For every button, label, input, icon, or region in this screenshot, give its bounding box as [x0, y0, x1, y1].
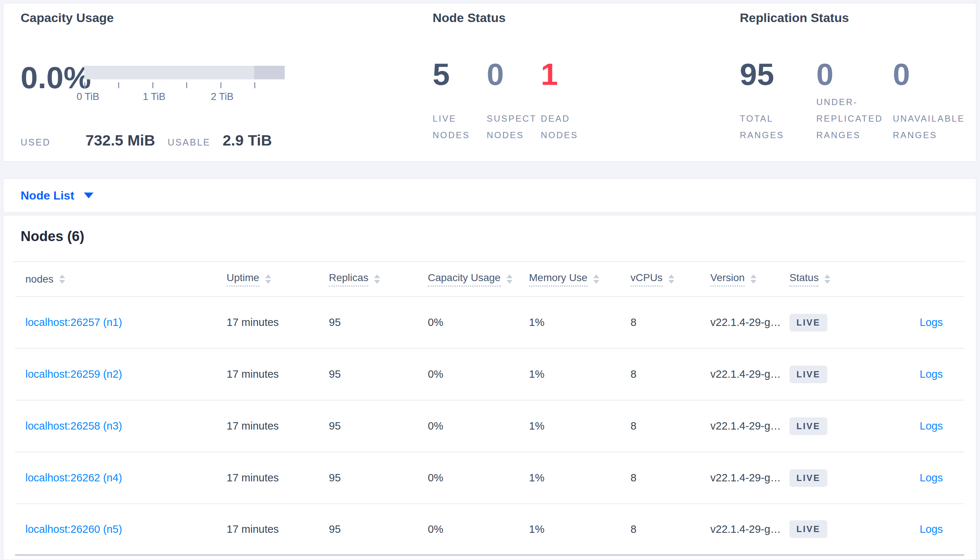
under-replicated-ranges-count: 0 — [816, 59, 890, 90]
unavailable-ranges-count: 0 — [893, 59, 966, 90]
capacity-bar-usable-segment — [84, 66, 254, 79]
used-label: USED — [21, 137, 50, 148]
column-header-vcpus[interactable]: vCPUs — [630, 272, 710, 287]
replicas-cell: 95 — [329, 523, 428, 535]
used-value: 732.5 MiB — [85, 132, 155, 149]
capacity-usage-title: Capacity Usage — [21, 11, 425, 25]
capacity-usage-cell: 0% — [428, 420, 529, 432]
dead-nodes-label: DEAD NODES — [541, 93, 595, 143]
node-link[interactable]: localhost:26259 (n2) — [25, 368, 122, 380]
node-link[interactable]: localhost:26262 (n4) — [25, 472, 122, 483]
nodes-table-title: Nodes (6) — [21, 228, 976, 244]
vcpus-cell: 8 — [630, 523, 710, 535]
axis-tick — [186, 82, 187, 88]
logs-link[interactable]: Logs — [920, 420, 943, 432]
uptime-cell: 17 minutes — [227, 368, 329, 380]
version-cell: v22.1.4-29-g… — [710, 523, 789, 535]
under-replicated-ranges-label: UNDER-REPLICATED RANGES — [816, 93, 890, 143]
suspect-nodes-label: SUSPECT NODES — [487, 93, 541, 143]
replication-status-section: Replication Status 95 TOTAL RANGES 0 UND… — [740, 11, 975, 158]
column-header-uptime[interactable]: Uptime — [227, 272, 329, 287]
status-badge: LIVE — [789, 417, 827, 435]
column-header-capacity-usage[interactable]: Capacity Usage — [428, 272, 529, 287]
live-nodes-count: 5 — [433, 59, 487, 90]
replication-status-title: Replication Status — [740, 11, 975, 25]
view-selector-bar: Node List — [3, 178, 976, 213]
sort-icon — [751, 275, 756, 284]
axis-tick — [220, 82, 221, 88]
nodes-table-card: Nodes (6) nodes Uptime Replicas Capacity… — [3, 215, 976, 560]
replicas-cell: 95 — [329, 317, 428, 328]
live-nodes-metric: 5 LIVE NODES — [433, 59, 487, 143]
logs-link[interactable]: Logs — [920, 368, 943, 380]
memory-use-cell: 1% — [529, 472, 630, 484]
axis-tick-label: 0 TiB — [77, 91, 99, 103]
table-row: localhost:26257 (n1) 17 minutes 95 0% 1%… — [15, 297, 964, 349]
total-ranges-count: 95 — [740, 59, 813, 90]
node-link[interactable]: localhost:26258 (n3) — [25, 420, 122, 432]
axis-tick — [118, 82, 119, 88]
vcpus-cell: 8 — [630, 368, 710, 380]
uptime-cell: 17 minutes — [227, 420, 329, 432]
suspect-nodes-metric: 0 SUSPECT NODES — [487, 59, 541, 143]
replicas-cell: 95 — [329, 472, 428, 484]
column-header-version[interactable]: Version — [710, 272, 789, 287]
uptime-cell: 17 minutes — [227, 472, 329, 484]
sort-icon — [265, 275, 271, 284]
version-cell: v22.1.4-29-g… — [710, 420, 789, 432]
node-list-dropdown-label: Node List — [21, 189, 74, 202]
sort-icon — [669, 275, 674, 284]
status-badge: LIVE — [789, 314, 827, 332]
logs-link[interactable]: Logs — [920, 523, 943, 535]
node-link[interactable]: localhost:26260 (n5) — [25, 523, 122, 535]
total-ranges-metric: 95 TOTAL RANGES — [740, 59, 813, 143]
node-status-section: Node Status 5 LIVE NODES 0 SUSPECT NODES… — [433, 11, 719, 158]
axis-tick — [152, 82, 154, 88]
unavailable-ranges-metric: 0 UNAVAILABLE RANGES — [893, 59, 966, 143]
replicas-cell: 95 — [329, 420, 428, 432]
sort-icon — [59, 275, 65, 284]
version-cell: v22.1.4-29-g… — [710, 317, 789, 328]
node-link[interactable]: localhost:26257 (n1) — [25, 317, 122, 328]
node-status-title: Node Status — [433, 11, 719, 25]
capacity-usage-section: Capacity Usage 0.0% 0 TiB 1 TiB 2 TiB — [21, 11, 425, 158]
column-header-replicas[interactable]: Replicas — [329, 272, 428, 287]
status-badge: LIVE — [789, 366, 827, 383]
column-header-nodes[interactable]: nodes — [21, 273, 227, 285]
dead-nodes-count: 1 — [541, 59, 595, 90]
status-badge: LIVE — [789, 520, 827, 538]
logs-link[interactable]: Logs — [920, 317, 943, 328]
capacity-usage-cell: 0% — [428, 317, 529, 328]
chevron-down-icon — [84, 193, 94, 198]
under-replicated-ranges-metric: 0 UNDER-REPLICATED RANGES — [816, 59, 890, 143]
usable-value: 2.9 TiB — [222, 132, 272, 149]
live-nodes-label: LIVE NODES — [433, 93, 487, 143]
axis-tick — [84, 82, 85, 88]
capacity-percent-value: 0.0% — [21, 62, 91, 93]
capacity-usage-gauge: 0 TiB 1 TiB 2 TiB — [84, 66, 285, 103]
memory-use-cell: 1% — [529, 317, 630, 328]
memory-use-cell: 1% — [529, 368, 630, 380]
logs-link[interactable]: Logs — [920, 472, 943, 483]
column-header-status[interactable]: Status — [789, 272, 868, 287]
status-badge: LIVE — [789, 469, 827, 487]
capacity-axis-labels: 0 TiB 1 TiB 2 TiB — [84, 91, 285, 103]
uptime-cell: 17 minutes — [227, 523, 329, 535]
sort-icon — [507, 275, 512, 284]
unavailable-ranges-label: UNAVAILABLE RANGES — [893, 93, 966, 143]
capacity-usage-cell: 0% — [428, 523, 529, 535]
capacity-axis-ticks — [84, 82, 285, 91]
capacity-usage-cell: 0% — [428, 368, 529, 380]
uptime-cell: 17 minutes — [227, 317, 329, 328]
column-header-memory-use[interactable]: Memory Use — [529, 272, 630, 287]
capacity-legend: USED 732.5 MiB USABLE 2.9 TiB — [21, 132, 272, 149]
memory-use-cell: 1% — [529, 420, 630, 432]
suspect-nodes-count: 0 — [487, 59, 541, 90]
table-row: localhost:26260 (n5) 17 minutes 95 0% 1%… — [15, 504, 964, 556]
capacity-usage-cell: 0% — [428, 472, 529, 484]
table-row: localhost:26262 (n4) 17 minutes 95 0% 1%… — [15, 452, 964, 504]
replicas-cell: 95 — [329, 368, 428, 380]
total-ranges-label: TOTAL RANGES — [740, 93, 813, 143]
node-list-dropdown[interactable]: Node List — [21, 189, 94, 202]
cluster-summary-card: Capacity Usage 0.0% 0 TiB 1 TiB 2 TiB — [3, 3, 976, 162]
